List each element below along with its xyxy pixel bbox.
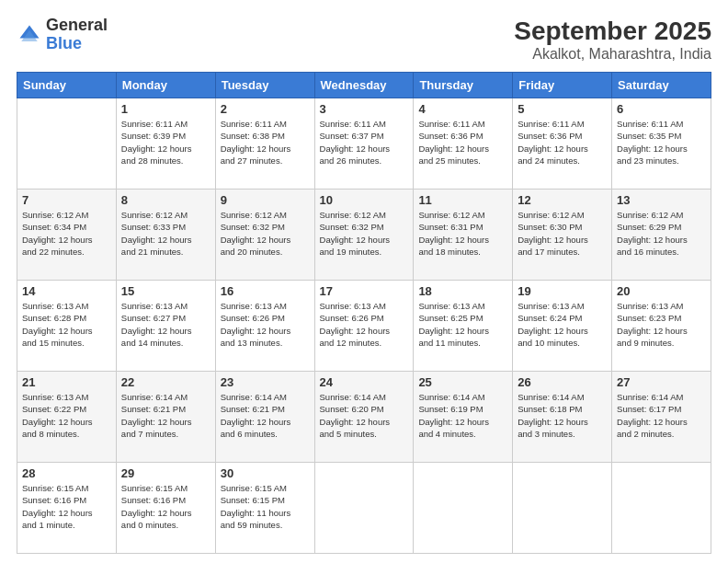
day-info: Sunrise: 6:13 AM Sunset: 6:25 PM Dayligh… [418,300,507,349]
day-number: 1 [121,102,210,116]
day-info: Sunrise: 6:14 AM Sunset: 6:17 PM Dayligh… [617,391,706,440]
calendar-header-row: SundayMondayTuesdayWednesdayThursdayFrid… [17,73,711,98]
day-info: Sunrise: 6:14 AM Sunset: 6:20 PM Dayligh… [320,391,409,440]
day-number: 22 [121,375,210,389]
day-number: 21 [22,375,111,389]
day-number: 27 [617,375,706,389]
day-number: 18 [418,284,507,298]
day-number: 10 [320,193,409,207]
calendar-cell: 4Sunrise: 6:11 AM Sunset: 6:36 PM Daylig… [414,98,513,190]
day-info: Sunrise: 6:13 AM Sunset: 6:27 PM Dayligh… [121,300,210,349]
calendar-cell: 15Sunrise: 6:13 AM Sunset: 6:27 PM Dayli… [116,281,215,372]
day-number: 3 [320,102,409,116]
header: General Blue September 2025 Akalkot, Mah… [17,17,711,63]
day-number: 11 [418,193,507,207]
day-number: 6 [617,102,706,116]
day-info: Sunrise: 6:12 AM Sunset: 6:30 PM Dayligh… [518,209,607,258]
calendar-cell: 29Sunrise: 6:15 AM Sunset: 6:16 PM Dayli… [116,463,215,554]
day-info: Sunrise: 6:12 AM Sunset: 6:32 PM Dayligh… [320,209,409,258]
calendar-day-header: Sunday [17,73,117,98]
calendar-cell: 16Sunrise: 6:13 AM Sunset: 6:26 PM Dayli… [215,281,314,372]
day-info: Sunrise: 6:12 AM Sunset: 6:33 PM Dayligh… [121,209,210,258]
calendar-cell: 3Sunrise: 6:11 AM Sunset: 6:37 PM Daylig… [314,98,414,190]
calendar-cell [314,463,414,554]
day-info: Sunrise: 6:12 AM Sunset: 6:31 PM Dayligh… [418,209,507,258]
logo-blue: Blue [46,35,108,53]
calendar-cell: 30Sunrise: 6:15 AM Sunset: 6:15 PM Dayli… [215,463,314,554]
calendar-day-header: Saturday [612,73,711,98]
logo-text: General Blue [46,17,108,53]
calendar-cell: 11Sunrise: 6:12 AM Sunset: 6:31 PM Dayli… [414,190,513,281]
subtitle: Akalkot, Maharashtra, India [514,46,711,63]
day-number: 20 [617,284,706,298]
calendar-cell: 27Sunrise: 6:14 AM Sunset: 6:17 PM Dayli… [612,372,711,463]
day-info: Sunrise: 6:13 AM Sunset: 6:22 PM Dayligh… [22,391,111,440]
day-info: Sunrise: 6:11 AM Sunset: 6:36 PM Dayligh… [518,118,607,167]
day-info: Sunrise: 6:13 AM Sunset: 6:24 PM Dayligh… [518,300,607,349]
day-info: Sunrise: 6:12 AM Sunset: 6:32 PM Dayligh… [221,209,310,258]
day-number: 28 [22,466,111,480]
day-info: Sunrise: 6:13 AM Sunset: 6:28 PM Dayligh… [22,300,111,349]
calendar-cell: 25Sunrise: 6:14 AM Sunset: 6:19 PM Dayli… [414,372,513,463]
day-info: Sunrise: 6:11 AM Sunset: 6:36 PM Dayligh… [418,118,507,167]
day-number: 5 [518,102,607,116]
calendar-cell: 28Sunrise: 6:15 AM Sunset: 6:16 PM Dayli… [17,463,117,554]
day-info: Sunrise: 6:12 AM Sunset: 6:34 PM Dayligh… [22,209,111,258]
calendar-cell: 21Sunrise: 6:13 AM Sunset: 6:22 PM Dayli… [17,372,117,463]
calendar-cell: 17Sunrise: 6:13 AM Sunset: 6:26 PM Dayli… [314,281,414,372]
main-title: September 2025 [514,17,711,46]
calendar-day-header: Monday [116,73,215,98]
day-number: 9 [221,193,310,207]
day-number: 19 [518,284,607,298]
day-info: Sunrise: 6:13 AM Sunset: 6:23 PM Dayligh… [617,300,706,349]
day-number: 16 [221,284,310,298]
calendar-cell: 26Sunrise: 6:14 AM Sunset: 6:18 PM Dayli… [513,372,612,463]
day-number: 25 [418,375,507,389]
title-block: September 2025 Akalkot, Maharashtra, Ind… [514,17,711,63]
calendar-cell: 6Sunrise: 6:11 AM Sunset: 6:35 PM Daylig… [612,98,711,190]
calendar-cell: 8Sunrise: 6:12 AM Sunset: 6:33 PM Daylig… [116,190,215,281]
calendar-day-header: Friday [513,73,612,98]
day-number: 26 [518,375,607,389]
day-number: 15 [121,284,210,298]
day-number: 17 [320,284,409,298]
calendar-cell: 18Sunrise: 6:13 AM Sunset: 6:25 PM Dayli… [414,281,513,372]
day-number: 13 [617,193,706,207]
calendar-table: SundayMondayTuesdayWednesdayThursdayFrid… [17,72,711,554]
calendar-cell: 2Sunrise: 6:11 AM Sunset: 6:38 PM Daylig… [215,98,314,190]
day-info: Sunrise: 6:15 AM Sunset: 6:15 PM Dayligh… [221,482,310,531]
calendar-cell: 7Sunrise: 6:12 AM Sunset: 6:34 PM Daylig… [17,190,117,281]
day-info: Sunrise: 6:11 AM Sunset: 6:37 PM Dayligh… [320,118,409,167]
day-info: Sunrise: 6:14 AM Sunset: 6:19 PM Dayligh… [418,391,507,440]
day-number: 24 [320,375,409,389]
day-info: Sunrise: 6:15 AM Sunset: 6:16 PM Dayligh… [22,482,111,531]
logo: General Blue [17,17,108,53]
day-number: 4 [418,102,507,116]
logo-icon [17,22,42,48]
day-number: 8 [121,193,210,207]
day-number: 2 [221,102,310,116]
page: General Blue September 2025 Akalkot, Mah… [0,0,728,563]
day-number: 14 [22,284,111,298]
day-info: Sunrise: 6:11 AM Sunset: 6:38 PM Dayligh… [221,118,310,167]
day-number: 29 [121,466,210,480]
calendar-week-row: 1Sunrise: 6:11 AM Sunset: 6:39 PM Daylig… [17,98,711,190]
calendar-cell: 9Sunrise: 6:12 AM Sunset: 6:32 PM Daylig… [215,190,314,281]
calendar-day-header: Thursday [414,73,513,98]
day-info: Sunrise: 6:14 AM Sunset: 6:21 PM Dayligh… [121,391,210,440]
calendar-cell [17,98,117,190]
day-info: Sunrise: 6:14 AM Sunset: 6:21 PM Dayligh… [221,391,310,440]
calendar-cell: 1Sunrise: 6:11 AM Sunset: 6:39 PM Daylig… [116,98,215,190]
calendar-cell [414,463,513,554]
calendar-cell: 5Sunrise: 6:11 AM Sunset: 6:36 PM Daylig… [513,98,612,190]
calendar-cell: 22Sunrise: 6:14 AM Sunset: 6:21 PM Dayli… [116,372,215,463]
calendar-cell: 10Sunrise: 6:12 AM Sunset: 6:32 PM Dayli… [314,190,414,281]
calendar-week-row: 14Sunrise: 6:13 AM Sunset: 6:28 PM Dayli… [17,281,711,372]
day-number: 12 [518,193,607,207]
day-info: Sunrise: 6:11 AM Sunset: 6:39 PM Dayligh… [121,118,210,167]
calendar-cell: 19Sunrise: 6:13 AM Sunset: 6:24 PM Dayli… [513,281,612,372]
calendar-cell [513,463,612,554]
calendar-cell: 23Sunrise: 6:14 AM Sunset: 6:21 PM Dayli… [215,372,314,463]
day-info: Sunrise: 6:13 AM Sunset: 6:26 PM Dayligh… [320,300,409,349]
logo-general: General [46,17,108,35]
